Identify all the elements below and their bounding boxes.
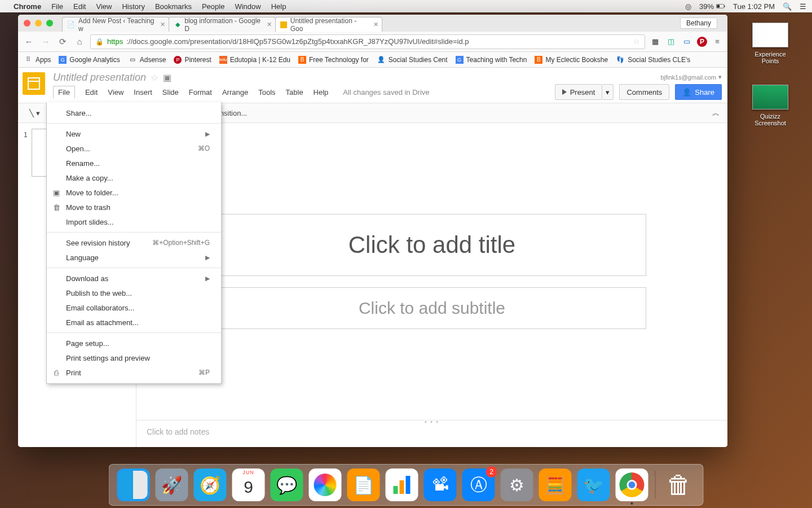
bookmark-apps[interactable]: ⠿Apps [24, 55, 51, 64]
present-button[interactable]: Present [555, 84, 603, 100]
dock-chrome-icon[interactable] [616, 468, 648, 501]
spotlight-icon[interactable]: 🔍 [783, 2, 792, 11]
window-minimize-button[interactable] [35, 20, 42, 27]
menubar-file[interactable]: File [51, 2, 63, 11]
star-icon[interactable]: ☆ [151, 72, 158, 83]
window-close-button[interactable] [24, 20, 30, 27]
menubar-edit[interactable]: Edit [73, 2, 86, 11]
file-menu-item[interactable]: ⎙Print⌘P [47, 365, 221, 380]
bookmark-item[interactable]: ▭Adsense [128, 55, 166, 64]
home-button[interactable]: ⌂ [73, 36, 86, 48]
menu-table[interactable]: Table [286, 87, 303, 98]
dock-photos-icon[interactable] [309, 468, 342, 501]
file-menu-item[interactable]: Import slides... [47, 214, 221, 229]
file-menu-item[interactable]: 🗑Move to trash [47, 200, 221, 214]
menu-tools[interactable]: Tools [258, 87, 275, 98]
dock-numbers-icon[interactable] [386, 468, 418, 501]
desktop-file-quizizz[interactable]: Quizizz Screenshot [745, 85, 795, 126]
dock-trash-icon[interactable]: 🗑 [663, 468, 695, 501]
address-bar[interactable]: 🔒 https://docs.google.com/presentation/d… [90, 34, 645, 49]
bookmark-item[interactable]: 👤Social Studies Cent [377, 55, 448, 64]
chrome-profile-button[interactable]: Bethany [680, 17, 717, 29]
menu-view[interactable]: View [108, 87, 123, 98]
file-menu-item[interactable]: Rename... [47, 156, 221, 170]
browser-tab[interactable]: ◆blog information - Google D✕ [169, 17, 276, 32]
bookmark-item[interactable]: BMy Eclectic Bookshe [535, 56, 608, 64]
toolbar-line-tool[interactable]: ╲ ▾ [24, 106, 46, 120]
desktop-file-experience-points[interactable]: Experience Points [745, 23, 795, 64]
file-menu-item[interactable]: Download as▶ [47, 271, 221, 286]
dock-pages-icon[interactable]: 📄 [347, 468, 380, 501]
menubar-help[interactable]: Help [271, 2, 286, 11]
menu-arrange[interactable]: Arrange [222, 87, 248, 98]
menubar-clock[interactable]: Tue 1:02 PM [733, 2, 775, 11]
dock-messages-icon[interactable]: 💬 [271, 468, 303, 501]
evernote-icon[interactable]: ◎ [685, 2, 691, 11]
pinterest-extension-icon[interactable]: P [697, 37, 707, 47]
file-menu-item[interactable]: Page setup... [47, 336, 221, 351]
menubar-window[interactable]: Window [235, 2, 261, 11]
file-menu-item[interactable]: Language▶ [47, 250, 221, 265]
extension-icon[interactable]: ▦ [650, 36, 661, 47]
file-menu-item[interactable]: See revision history⌘+Option+Shift+G [47, 235, 221, 250]
menu-help[interactable]: Help [314, 87, 329, 98]
bookmark-item[interactable]: PPinterest [174, 56, 211, 64]
share-button[interactable]: 👤Share [675, 84, 722, 100]
bookmark-item[interactable]: BFree Technology for [298, 56, 369, 64]
tab-close-icon[interactable]: ✕ [160, 21, 165, 28]
subtitle-placeholder[interactable]: Click to add subtitle [218, 287, 646, 329]
menu-file[interactable]: File [53, 86, 75, 99]
dock-safari-icon[interactable]: 🧭 [194, 468, 227, 501]
dock-twitter-icon[interactable]: 🐦 [577, 468, 610, 501]
account-email[interactable]: bjfink1s@gmail.com ▾ [660, 73, 722, 81]
bookmark-item[interactable]: GTeaching with Techn [456, 56, 527, 64]
present-dropdown-button[interactable]: ▾ [602, 84, 614, 100]
file-menu-item[interactable]: Email as attachment... [47, 315, 221, 330]
menu-slide[interactable]: Slide [162, 87, 179, 98]
dock-settings-icon[interactable]: ⚙ [501, 468, 533, 501]
forward-button[interactable]: → [39, 36, 52, 48]
menu-edit[interactable]: Edit [85, 87, 98, 98]
slides-logo-icon[interactable] [23, 72, 45, 95]
dock-launchpad-icon[interactable]: 🚀 [156, 468, 188, 501]
chrome-menu-button[interactable]: ≡ [712, 36, 723, 47]
dock-keynote-icon[interactable]: 📽 [424, 468, 457, 501]
dock-calculator-icon[interactable]: 🧮 [539, 468, 572, 501]
title-placeholder[interactable]: Click to add title [218, 214, 646, 276]
dock-calendar-icon[interactable]: JUN9 [232, 468, 265, 501]
move-to-folder-icon[interactable]: ▣ [163, 72, 171, 83]
document-title[interactable]: Untitled presentation [53, 72, 146, 84]
window-zoom-button[interactable] [46, 20, 53, 27]
bookmark-item[interactable]: eduEdutopia | K-12 Edu [219, 56, 290, 64]
file-menu-item[interactable]: ▣Move to folder... [47, 185, 221, 200]
file-menu-item[interactable]: Make a copy... [47, 170, 221, 185]
bookmark-item[interactable]: 👣Social Studies CLE's [616, 55, 690, 64]
file-menu-item[interactable]: Email collaborators... [47, 300, 221, 315]
file-menu-item[interactable]: Share... [47, 106, 221, 120]
extension-icon[interactable]: ◫ [665, 36, 677, 47]
file-menu-item[interactable]: Print settings and preview [47, 351, 221, 365]
menubar-history[interactable]: History [122, 2, 144, 11]
comments-button[interactable]: Comments [619, 84, 669, 100]
dock-finder-icon[interactable] [117, 468, 150, 501]
reload-button[interactable]: ⟳ [56, 36, 69, 48]
notes-resize-handle[interactable]: • • • [421, 420, 443, 423]
extension-icon[interactable]: ▭ [681, 36, 692, 47]
battery-status[interactable]: 39% [699, 2, 725, 11]
menubar-view[interactable]: View [96, 2, 112, 11]
browser-tab-active[interactable]: Untitled presentation - Goo✕ [275, 17, 382, 32]
collapse-toolbar-icon[interactable]: ︽ [712, 108, 720, 118]
notification-center-icon[interactable]: ☰ [800, 2, 806, 11]
back-button[interactable]: ← [23, 36, 35, 48]
menubar-app[interactable]: Chrome [14, 2, 41, 11]
file-menu-item[interactable]: Open...⌘O [47, 141, 221, 156]
menubar-people[interactable]: People [202, 2, 224, 11]
file-menu-item[interactable]: Publish to the web... [47, 286, 221, 300]
file-menu-item[interactable]: New▶ [47, 126, 221, 141]
browser-tab[interactable]: 📄Add New Post ‹ Teaching w✕ [62, 17, 169, 32]
slide-canvas[interactable]: Click to add title Click to add subtitle [187, 130, 677, 413]
bookmark-star-icon[interactable]: ☆ [633, 37, 640, 46]
menu-insert[interactable]: Insert [134, 87, 152, 98]
tab-close-icon[interactable]: ✕ [267, 21, 272, 28]
menu-format[interactable]: Format [189, 87, 212, 98]
